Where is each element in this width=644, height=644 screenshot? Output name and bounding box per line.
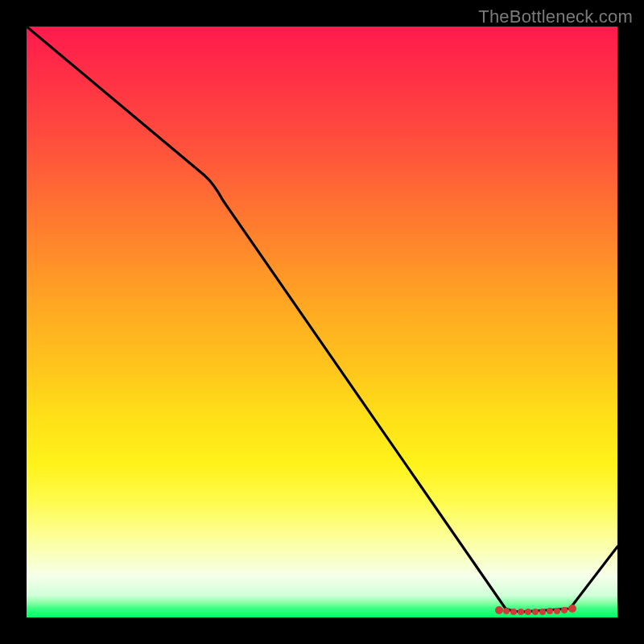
dot-icon [539,609,546,615]
bottom-dot-group [495,605,576,615]
dot-icon [547,608,553,614]
dot-icon [532,609,539,615]
dot-icon [568,605,576,613]
dot-icon [561,607,568,613]
dot-icon [495,606,503,614]
dot-icon [510,609,517,615]
curve-layer [27,27,617,617]
plot-area [27,27,617,617]
dot-icon [503,608,510,614]
dot-icon [525,609,531,615]
dot-icon [554,608,560,614]
chart-frame: TheBottleneck.com [0,0,644,644]
dot-icon [518,609,524,615]
main-curve [27,27,617,612]
watermark-text: TheBottleneck.com [478,6,633,27]
